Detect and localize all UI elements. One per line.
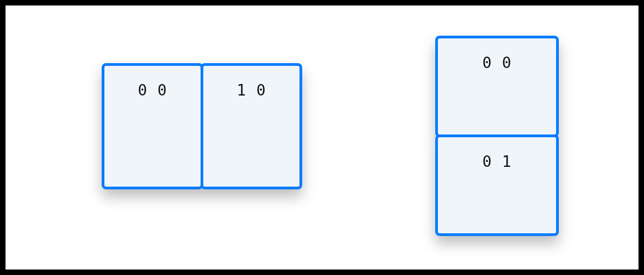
- grid-coord-card: 0 0: [102, 63, 203, 189]
- card-label: 0 1: [482, 153, 512, 171]
- card-group-horizontal: 0 0 1 0: [102, 63, 302, 189]
- card-group-vertical: 0 0 0 1: [435, 36, 559, 236]
- grid-coord-card: 0 1: [435, 134, 559, 236]
- card-label: 0 0: [138, 81, 168, 99]
- grid-coord-card: 1 0: [201, 63, 302, 189]
- card-label: 0 0: [482, 54, 512, 72]
- grid-coord-card: 0 0: [435, 36, 559, 137]
- card-label: 1 0: [237, 81, 267, 99]
- diagram-canvas: 0 0 1 0 0 0 0 1: [5, 5, 639, 270]
